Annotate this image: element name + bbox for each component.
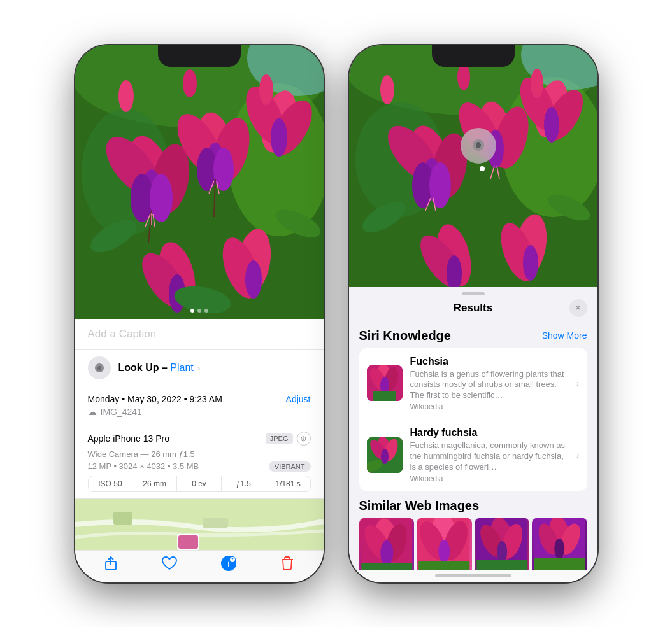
svg-rect-45: [178, 535, 198, 549]
device-name: Apple iPhone 13 Pro: [88, 433, 169, 444]
fuchsia-desc: Fuchsia is a genus of flowering plants t…: [410, 369, 569, 402]
fuchsia-name: Fuchsia: [410, 356, 569, 367]
web-image-2[interactable]: [417, 518, 472, 570]
left-screen: Add a Caption Look Up – Plant › Monday •…: [75, 45, 324, 582]
svg-rect-123: [534, 558, 585, 570]
svg-rect-42: [113, 512, 132, 525]
fuchsia-thumbnail: [367, 365, 403, 401]
photo-area-right[interactable]: [349, 45, 597, 287]
close-button[interactable]: ✕: [569, 299, 587, 317]
web-images-header: Similar Web Images: [359, 498, 587, 513]
notch: [158, 45, 241, 67]
share-button[interactable]: [98, 551, 124, 576]
delete-button[interactable]: [275, 551, 300, 576]
photo-area[interactable]: [75, 45, 324, 319]
svg-rect-43: [203, 518, 228, 528]
lookup-row[interactable]: Look Up – Plant ›: [75, 350, 324, 386]
lookup-icon: [88, 356, 111, 379]
svg-point-62: [429, 162, 451, 208]
visual-lookup-button[interactable]: [461, 128, 496, 164]
camera-detail: Wide Camera — 26 mm ƒ1.5: [88, 449, 311, 459]
svg-rect-111: [418, 561, 469, 570]
jpeg-badge: JPEG: [266, 433, 293, 444]
svg-point-116: [497, 541, 507, 563]
photo-page-dots: [190, 309, 208, 313]
svg-point-78: [457, 64, 470, 90]
svg-point-16: [213, 148, 234, 191]
right-screen: Results ✕ Siri Knowledge Show More: [349, 45, 597, 582]
info-section: Monday • May 30, 2022 • 9:23 AM Adjust ☁…: [75, 386, 324, 425]
hardy-chevron: ›: [576, 450, 580, 460]
web-images-section: Similar Web Images: [359, 498, 587, 570]
mp-detail: 12 MP • 3024 × 4032 • 3.5 MB: [88, 461, 199, 471]
map-section[interactable]: [75, 499, 324, 550]
fuchsia-chevron: ›: [576, 378, 580, 388]
svg-point-70: [544, 107, 559, 143]
svg-point-77: [380, 75, 394, 104]
svg-rect-117: [476, 560, 527, 570]
svg-point-32: [118, 80, 134, 112]
results-sheet: Results ✕ Siri Knowledge Show More: [349, 287, 597, 570]
map-background: [75, 499, 324, 550]
hardy-info: Hardy fuchsia Fuchsia magellanica, commo…: [410, 427, 569, 483]
knowledge-item-fuchsia[interactable]: Fuchsia Fuchsia is a genus of flowering …: [359, 348, 587, 420]
results-title: Results: [454, 302, 492, 314]
svg-point-26: [245, 260, 262, 299]
web-images-row[interactable]: [359, 518, 587, 570]
svg-rect-105: [361, 563, 412, 570]
web-image-3[interactable]: [475, 518, 530, 570]
device-section: Apple iPhone 13 Pro JPEG ◎ Wide Camera —…: [75, 425, 324, 499]
adjust-button[interactable]: Adjust: [286, 394, 311, 404]
results-content[interactable]: Siri Knowledge Show More: [349, 321, 597, 570]
results-header: Results ✕: [349, 295, 597, 321]
svg-point-97: [381, 449, 389, 464]
siri-knowledge-header: Siri Knowledge Show More: [359, 328, 587, 343]
svg-point-122: [554, 539, 564, 559]
right-phone: Results ✕ Siri Knowledge Show More: [349, 45, 597, 582]
web-images-title: Similar Web Images: [359, 498, 480, 513]
bottom-toolbar: i: [75, 550, 324, 582]
left-phone: Add a Caption Look Up – Plant › Monday •…: [75, 45, 324, 582]
photo-date: Monday • May 30, 2022 • 9:23 AM: [88, 394, 222, 404]
siri-knowledge-title: Siri Knowledge: [359, 328, 451, 343]
show-more-button[interactable]: Show More: [542, 330, 587, 341]
svg-point-76: [523, 245, 538, 281]
svg-point-110: [438, 540, 450, 563]
fuchsia-info: Fuchsia Fuchsia is a genus of flowering …: [410, 356, 569, 412]
home-bar-right: [435, 574, 511, 577]
device-badges: JPEG ◎: [266, 432, 311, 446]
lookup-label: Look Up – Plant ›: [118, 362, 201, 374]
hardy-source: Wikipedia: [410, 474, 569, 483]
knowledge-item-hardy[interactable]: Hardy fuchsia Fuchsia magellanica, commo…: [359, 419, 587, 491]
fuchsia-source: Wikipedia: [410, 402, 569, 411]
exif-shutter: 1/181 s: [266, 476, 310, 491]
svg-point-86: [476, 142, 481, 148]
hardy-desc: Fuchsia magellanica, commonly known as t…: [410, 440, 569, 473]
knowledge-card: Fuchsia Fuchsia is a genus of flowering …: [359, 348, 587, 491]
exif-focal: 26 mm: [132, 476, 177, 491]
location-icon: ◎: [297, 432, 311, 446]
svg-point-40: [97, 365, 101, 370]
svg-point-33: [183, 69, 197, 97]
exif-iso: ISO 50: [89, 476, 133, 491]
exif-ev: 0 ev: [177, 476, 222, 491]
web-image-4[interactable]: [532, 518, 587, 570]
info-button[interactable]: i: [216, 551, 241, 576]
filename: IMG_4241: [101, 407, 142, 417]
svg-point-34: [259, 74, 273, 105]
cloud-icon: ☁: [88, 407, 97, 417]
notch-right: [432, 45, 515, 67]
visual-lookup-dot: [480, 166, 485, 171]
exif-row: ISO 50 26 mm 0 ev ƒ1.5 1/181 s: [88, 476, 311, 492]
caption-placeholder[interactable]: Add a Caption: [88, 328, 157, 340]
svg-rect-92: [373, 391, 396, 401]
svg-point-104: [380, 540, 393, 566]
home-indicator-right: [349, 570, 597, 582]
hardy-name: Hardy fuchsia: [410, 427, 569, 439]
web-image-1[interactable]: [359, 518, 415, 570]
vibrant-badge: VIBRANT: [269, 461, 311, 472]
caption-area[interactable]: Add a Caption: [75, 319, 324, 350]
hardy-thumbnail: [367, 437, 403, 473]
svg-point-79: [531, 69, 543, 98]
favorite-button[interactable]: [157, 551, 182, 576]
